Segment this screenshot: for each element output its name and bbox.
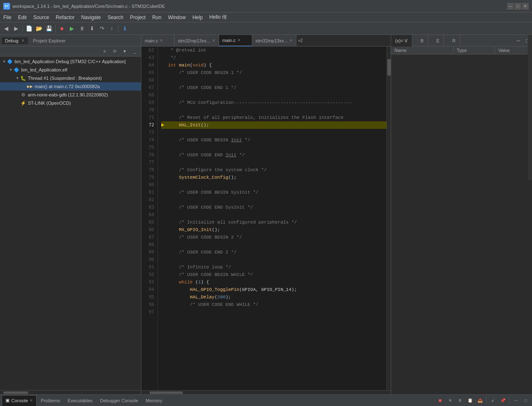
console-btn3[interactable]: ⏸ <box>456 395 465 406</box>
code-line-87-text: /* USER CODE BEGIN 2 */ <box>168 234 242 241</box>
code-line-96-text: /* USER CODE END WHILE */ <box>168 301 259 308</box>
bottom-tab-executables[interactable]: Executables <box>64 395 96 406</box>
console-btn7[interactable]: 📌 <box>498 395 507 406</box>
editor-tab-stm32mp1[interactable]: stm32mp13xx... ✕ <box>175 35 219 47</box>
console-btn5[interactable]: 📤 <box>475 395 485 406</box>
editor-tabs-overflow[interactable]: »2 <box>296 38 304 43</box>
tree-sync[interactable]: ⟳ <box>110 47 119 56</box>
console-minimize[interactable]: ─ <box>511 395 520 406</box>
var-tab-e[interactable]: E <box>432 35 444 47</box>
code-line-74: /* USER CODE BEGIN Init */ <box>161 136 387 144</box>
tree-minimize[interactable]: _ <box>130 47 139 56</box>
editor-tab-main1[interactable]: main.c ✕ <box>141 35 175 47</box>
menu-item-help[interactable]: Help <box>189 12 206 22</box>
tree-item-app[interactable]: ▼ 🔷 bm_led_Application Debug [STM32 C/C+… <box>0 57 141 66</box>
var-tab-variables[interactable]: (x)= V <box>391 35 412 47</box>
left-hscroll-thumb[interactable] <box>3 391 28 394</box>
line-63: 63 <box>141 54 158 62</box>
tree-item-thread[interactable]: ▼ 🐛 Thread #1 (Suspended : Breakpoint) <box>0 74 141 82</box>
minimize-button[interactable]: ─ <box>507 3 514 10</box>
menu-item-refactor[interactable]: Refactor <box>52 12 78 22</box>
menu-item-navigate[interactable]: Navigate <box>78 12 104 22</box>
line-68: 68 <box>141 91 158 99</box>
var-panel-minimize[interactable]: ─ <box>514 35 523 47</box>
bottom-tab-memory[interactable]: Memory <box>143 395 166 406</box>
var-tab-b[interactable]: B <box>416 35 428 47</box>
code-line-62-text: * @retval int <box>168 47 206 54</box>
console-btn6[interactable]: ↙ <box>488 395 498 406</box>
var-tab-r[interactable]: R <box>448 35 460 47</box>
menu-item-hello-传[interactable]: Hello 传 <box>206 12 231 22</box>
debug-tab-close[interactable]: ✕ <box>21 38 25 43</box>
code-line-65-text: /* USER CODE BEGIN 1 */ <box>168 69 242 76</box>
tb-debug-terminate[interactable]: ■ <box>57 24 66 33</box>
menu-item-project[interactable]: Project <box>127 12 149 22</box>
tree-icon-stlink: ⚡ <box>20 100 27 106</box>
line-75: 75 <box>141 144 158 151</box>
toolbar: ◀ ▶ 📄 📂 💾 ■ ▶ ⏸ ⬇ ↷ ↑ ℹ <box>0 22 532 35</box>
bottom-tab-debugger-console[interactable]: Debugger Console <box>97 395 142 406</box>
code-hscroll[interactable] <box>141 390 391 394</box>
tb-step-return[interactable]: ↑ <box>107 24 116 33</box>
console-btn4[interactable]: 📋 <box>466 395 475 406</box>
tree-item-gdb[interactable]: ⚙ arm-none-eabi-gdb (12.1.90.20220802) <box>0 91 141 99</box>
tree-item-main[interactable]: ▶▶ main() at main.c:72 0xc000082a <box>0 82 141 91</box>
tab-project-explorer[interactable]: Project Explorer <box>30 37 69 44</box>
line-87: 87 <box>141 234 158 241</box>
code-line-64-text: int main(void) { <box>168 62 212 69</box>
code-content[interactable]: * @retval int */ int main(void) { /* USE… <box>158 47 387 390</box>
tab-debug[interactable]: Debug ✕ <box>2 37 28 44</box>
menu-item-run[interactable]: Run <box>149 12 165 22</box>
close-button[interactable]: ✕ <box>522 3 529 10</box>
editor-tab-stm32mp2-close[interactable]: ✕ <box>289 38 293 43</box>
code-line-64: int main(void) { <box>161 62 387 69</box>
console-tab-close[interactable]: ✕ <box>30 398 33 403</box>
console-tab-icon: ▣ <box>5 398 10 403</box>
code-line-97 <box>161 308 387 316</box>
tree-item-stlink[interactable]: ⚡ ST-LINK (OpenOCD) <box>0 99 141 107</box>
tb-debug-suspend[interactable]: ⏸ <box>77 24 86 33</box>
menu-item-source[interactable]: Source <box>30 12 52 22</box>
tb-forward-btn[interactable]: ▶ <box>12 24 21 33</box>
line-74: 74 <box>141 136 158 144</box>
tb-save-btn[interactable]: 💾 <box>44 24 54 33</box>
console-maximize[interactable]: □ <box>521 395 530 406</box>
tb-step-into[interactable]: ⬇ <box>87 24 96 33</box>
tb-new-btn[interactable]: 📄 <box>25 24 34 33</box>
editor-tab-stm32mp2[interactable]: stm32mp13xx... ✕ <box>252 35 297 47</box>
maximize-button[interactable]: □ <box>515 3 521 10</box>
tb-back-btn[interactable]: ◀ <box>2 24 11 33</box>
console-btn2[interactable]: ✕ <box>446 395 455 406</box>
editor-tab-main1-close[interactable]: ✕ <box>160 38 163 43</box>
tb-debug-resume[interactable]: ▶ <box>67 24 76 33</box>
editor-tab-main2-close[interactable]: ✕ <box>237 38 241 42</box>
code-area: 62 63 64 65 66 67 68 69 70 71 72 73 74 7… <box>141 47 391 390</box>
menu-item-search[interactable]: Search <box>104 12 127 22</box>
code-line-95: HAL_Delay(200); <box>161 293 387 301</box>
bottom-tab-problems[interactable]: Problems <box>37 395 63 406</box>
code-hscroll-thumb[interactable] <box>150 391 183 394</box>
line-81: 81 <box>141 189 158 196</box>
code-line-62: * @retval int <box>161 47 387 54</box>
code-line-91: /* Infinite loop */ <box>161 263 387 271</box>
code-line-71-text: /* Reset of all peripherals, Initializes… <box>168 114 343 121</box>
tree-item-elf[interactable]: ▼ 🔷 bm_led_Application.elf <box>0 66 141 74</box>
tb-step-over[interactable]: ↷ <box>97 24 106 33</box>
menu-item-edit[interactable]: Edit <box>15 12 30 22</box>
editor-tab-stm32mp1-close[interactable]: ✕ <box>212 38 215 43</box>
menu-item-file[interactable]: File <box>0 12 15 22</box>
editor-vscroll-thumb[interactable] <box>387 59 391 76</box>
tree-label-main: main() at main.c:72 0xc000082a <box>34 84 100 89</box>
var-vscroll[interactable] <box>528 35 532 180</box>
tree-view-menu[interactable]: ▼ <box>120 47 129 56</box>
bottom-tab-console[interactable]: ▣ Console ✕ <box>2 395 37 406</box>
code-line-81: /* USER CODE BEGIN SysInit */ <box>161 189 387 196</box>
console-stop-btn[interactable]: ■ <box>436 395 445 406</box>
tb-info-btn[interactable]: ℹ <box>120 24 129 33</box>
code-line-71: /* Reset of all peripherals, Initializes… <box>161 114 387 121</box>
menu-item-window[interactable]: Window <box>165 12 189 22</box>
tb-open-btn[interactable]: 📂 <box>34 24 44 33</box>
tree-collapse-all[interactable]: ≡ <box>100 47 109 56</box>
editor-tab-main2[interactable]: main.c ✕ <box>219 35 252 47</box>
editor-vscroll[interactable] <box>387 47 391 390</box>
